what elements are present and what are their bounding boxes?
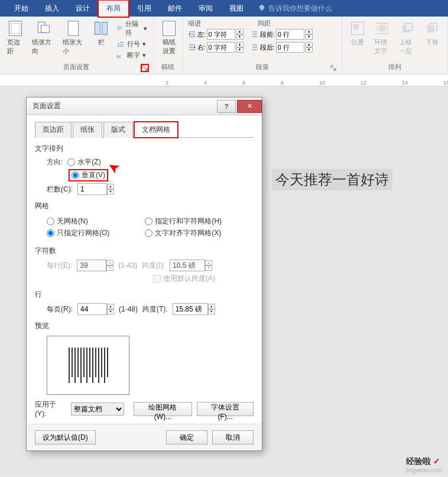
page-setup-dialog-launcher[interactable]: [141, 64, 148, 72]
space-after-spinner[interactable]: ▲▼: [306, 42, 313, 53]
dialog-title: 页面设置: [33, 101, 61, 111]
hyphenation-icon: bc: [116, 51, 125, 60]
position-button[interactable]: 位置: [347, 19, 368, 48]
radio-vertical[interactable]: 垂直(V): [69, 170, 108, 181]
indent-header: 缩进: [188, 19, 201, 28]
indent-right-spinner[interactable]: ▲▼: [236, 42, 244, 53]
watermark: 经验啦 ✓ jingyanla.com: [406, 456, 442, 473]
space-after-input[interactable]: [276, 42, 304, 53]
ribbon-body: 页边距 纸张方向 纸张大小 栏 分隔符 ▾ 1行号 ▾ bc断字 ▾ 页面设置: [0, 17, 448, 74]
radio-no-grid[interactable]: 无网格(N): [47, 216, 109, 226]
ribbon-tabs: 开始 插入 设计 布局 引用 邮件 审阅 视图 告诉我你想要做什么: [0, 0, 448, 17]
tab-references[interactable]: 引用: [129, 0, 160, 17]
close-button[interactable]: ✕: [237, 100, 262, 113]
dlg-tab-margins[interactable]: 页边距: [35, 122, 72, 138]
radio-lines-only[interactable]: 只指定行网格(O): [47, 228, 109, 238]
line-pitch-label: 跨度(T):: [142, 304, 168, 314]
tab-layout[interactable]: 布局: [98, 0, 129, 17]
apply-to-select[interactable]: 整篇文档: [71, 403, 124, 416]
space-before-spinner[interactable]: ▲▼: [306, 29, 313, 40]
lines-per-page-input[interactable]: [77, 303, 107, 315]
lightbulb-icon: [258, 4, 266, 12]
group-manuscript: 稿纸 设置 稿纸: [154, 17, 183, 74]
document-text[interactable]: 今天推荐一首好诗: [272, 169, 392, 190]
indent-left-icon: [188, 30, 196, 38]
line-pitch-input[interactable]: [173, 303, 208, 315]
dlg-tab-paper[interactable]: 纸张: [73, 122, 102, 138]
indent-left-spinner[interactable]: ▲▼: [236, 29, 244, 40]
group-page-setup: 页边距 纸张方向 纸张大小 栏 分隔符 ▾ 1行号 ▾ bc断字 ▾ 页面设置: [0, 17, 154, 74]
space-before-icon: [251, 30, 259, 38]
section-grid: 网格: [35, 201, 254, 211]
tab-design[interactable]: 设计: [67, 0, 98, 17]
tab-start[interactable]: 开始: [6, 0, 37, 17]
tab-mail[interactable]: 邮件: [160, 0, 190, 17]
char-pitch-input: [170, 259, 205, 271]
tab-insert[interactable]: 插入: [37, 0, 67, 17]
radio-horizontal[interactable]: 水平(Z): [67, 157, 100, 167]
line-numbers-icon: 1: [116, 40, 125, 48]
chars-spinner: ▲▼: [106, 260, 113, 271]
group-label-paragraph: 段落: [188, 61, 337, 73]
dlg-tab-layout[interactable]: 版式: [103, 122, 133, 138]
breaks-icon: [116, 24, 123, 33]
breaks-button[interactable]: 分隔符 ▾: [115, 19, 148, 38]
dialog-titlebar[interactable]: 页面设置 ? ✕: [27, 98, 262, 115]
radio-align-chars[interactable]: 文字对齐字符网格(X): [145, 228, 222, 238]
chars-per-line-input: [77, 259, 106, 271]
indent-right-input[interactable]: [207, 42, 235, 53]
lines-range: (1-48): [119, 305, 138, 313]
lines-per-page-label: 每页(R):: [47, 304, 73, 314]
columns-spinner[interactable]: ▲▼: [107, 184, 114, 194]
radio-lines-chars[interactable]: 指定行和字符网格(H): [145, 216, 222, 226]
cancel-button[interactable]: 取消: [212, 430, 254, 444]
svg-text:bc: bc: [116, 53, 121, 59]
font-settings-button[interactable]: 字体设置(F)...: [197, 402, 254, 416]
orientation-icon: [35, 20, 51, 37]
size-button[interactable]: 纸张大小: [60, 19, 87, 57]
char-pitch-spinner: ▲▼: [205, 260, 212, 271]
set-default-button[interactable]: 设为默认值(D): [35, 430, 96, 444]
ok-button[interactable]: 确定: [166, 430, 207, 444]
tell-me[interactable]: 告诉我你想要做什么: [258, 4, 332, 14]
columns-input[interactable]: [77, 183, 107, 195]
wrap-button[interactable]: 环绕文字: [372, 19, 393, 57]
preview-box: [47, 336, 129, 395]
direction-label: 方向:: [47, 157, 63, 167]
group-paragraph: 缩进 间距 左: ▲▼ 段前: ▲▼ 右: ▲▼ 段后:: [183, 17, 342, 74]
section-lines: 行: [35, 290, 254, 300]
group-label-manuscript: 稿纸: [158, 61, 178, 73]
orientation-button[interactable]: 纸张方向: [30, 19, 57, 57]
lines-spinner[interactable]: ▲▼: [107, 304, 114, 314]
send-backward-button[interactable]: 下移: [421, 19, 443, 48]
launcher-icon: [141, 64, 148, 72]
dlg-tab-grid[interactable]: 文档网格: [134, 122, 178, 138]
svg-text:1: 1: [117, 41, 120, 47]
tab-review[interactable]: 审阅: [190, 0, 221, 17]
line-numbers-button[interactable]: 1行号 ▾: [115, 39, 148, 49]
manuscript-button[interactable]: 稿纸 设置: [158, 19, 180, 57]
group-label-arrange: 排列: [347, 61, 443, 73]
help-button[interactable]: ?: [217, 100, 236, 113]
space-before-input[interactable]: [276, 29, 304, 40]
space-after-label: 段后:: [260, 43, 275, 52]
char-pitch-label: 跨度(I):: [142, 261, 165, 271]
columns-button[interactable]: 栏: [90, 19, 112, 48]
indent-left-input[interactable]: [207, 29, 235, 40]
line-pitch-spinner[interactable]: ▲▼: [208, 304, 215, 314]
forward-icon: [399, 20, 415, 37]
space-after-icon: [251, 43, 259, 51]
margins-button[interactable]: 页边距: [5, 19, 26, 57]
draw-grid-button[interactable]: 绘图网格(W)...: [134, 402, 193, 416]
chars-per-line-label: 每行(E):: [47, 261, 72, 271]
page-setup-dialog: 页面设置 ? ✕ 页边距 纸张 版式 文档网格 文字排列 方向: 水平(Z) 垂…: [26, 97, 262, 451]
hyphenation-button[interactable]: bc断字 ▾: [115, 50, 148, 60]
columns-label: 栏数(C):: [47, 184, 73, 194]
group-arrange: 位置 环绕文字 上移一层 下移 排列: [342, 17, 448, 74]
wrap-icon: [374, 20, 391, 37]
tab-view[interactable]: 视图: [221, 0, 252, 17]
paragraph-dialog-launcher[interactable]: [330, 64, 337, 72]
ruler: 24681012141618: [0, 74, 448, 86]
bring-forward-button[interactable]: 上移一层: [397, 19, 418, 57]
indent-right-icon: [188, 43, 196, 51]
